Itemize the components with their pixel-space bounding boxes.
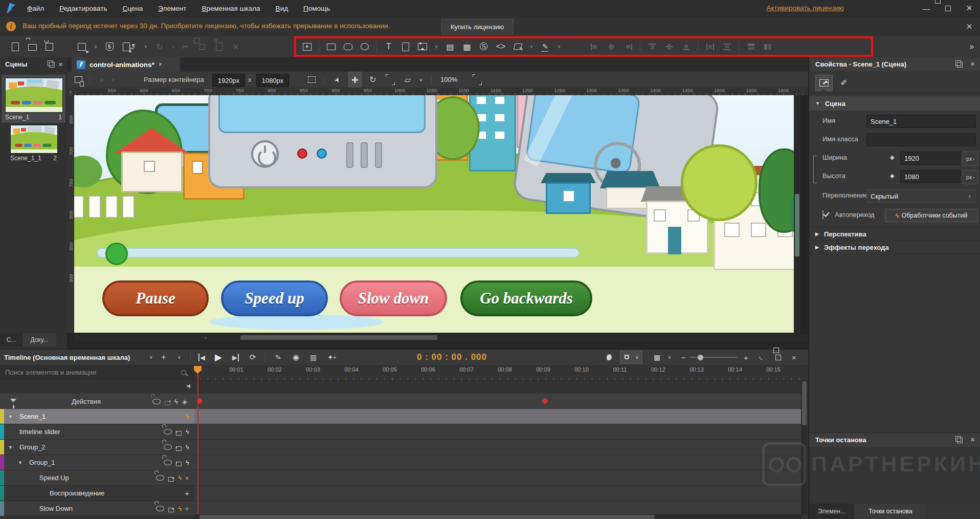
maximize-button[interactable] [937,0,959,16]
timeline-search[interactable]: Поиск элементов и анимации [0,365,194,380]
track-expand-arrow[interactable]: ▼ [8,445,13,450]
distribute-horizontal-icon[interactable] [704,40,716,53]
timeline-zoom-knob[interactable] [698,355,703,360]
menu-item-4[interactable]: Элемент [150,0,194,17]
visibility-icon[interactable] [164,429,172,435]
float-breakpoints-icon[interactable] [957,438,963,443]
fit-scene-icon[interactable] [471,72,483,88]
insert-rectangle-icon[interactable] [325,40,337,53]
grid-chevron-icon[interactable]: ∨ [668,350,674,365]
menu-item-3[interactable]: Сцена [115,0,150,17]
height-input[interactable] [900,170,961,183]
add-keyframe-icon[interactable]: + [185,489,189,498]
visibility-icon[interactable] [164,444,172,450]
track-lane[interactable] [194,440,801,455]
track-row-воспроизведение[interactable]: Воспроизведение+ [0,486,194,501]
timeline-ruler[interactable]: 000:0100:0200:0300:0400:0500:0600:0700:0… [194,365,801,381]
save-icon[interactable] [43,40,55,53]
redo-icon[interactable]: ↻ [153,40,166,53]
export-html5-icon[interactable]: 5 [103,40,116,53]
canvas-vertical-scrollbar[interactable] [794,95,800,333]
track-row-speed-up[interactable]: Speed Upϟ» [0,470,194,486]
document-tab[interactable]: control-animations* × [72,57,180,72]
insert-ellipse-icon[interactable] [359,40,371,53]
track-row-timeline-slider[interactable]: timeline sliderϟ [0,424,194,440]
menu-item-7[interactable]: Помощь [296,0,338,17]
close-properties-icon[interactable]: × [970,59,975,68]
event-handlers-button[interactable]: ϟ Обработчики событий [885,209,978,222]
filter-icon[interactable] [10,399,16,405]
selection-tool-icon[interactable]: ➤ [331,72,343,88]
autoadvance-checkbox[interactable] [822,210,823,219]
track-row-scene-1[interactable]: ▼Scene_1ϟ [0,409,194,424]
events-icon[interactable]: ϟ [186,443,189,451]
expand-timeline-icon[interactable]: ↔ [758,350,765,365]
events-active-icon[interactable]: ϟ [178,474,182,482]
responsive-layout-icon[interactable] [72,72,84,88]
loop-icon[interactable]: ⟳ [250,350,256,365]
snap-chevron-icon[interactable]: ∨ [635,350,641,365]
insert-embed-icon[interactable]: <> [495,40,507,53]
auto-keyframe-icon[interactable]: ✎ [274,349,282,365]
track-lane[interactable] [194,455,801,470]
tab-breakpoints[interactable]: Точки останова [854,504,927,519]
insert-text-block-icon[interactable]: ▤ [444,40,456,53]
track-lane[interactable] [194,424,801,440]
height-unit-select[interactable]: px▪ [963,170,978,184]
fit-container-icon[interactable] [305,72,318,88]
expand-animations-icon[interactable]: » [184,507,191,510]
preview-in-browser-icon[interactable] [76,40,88,53]
menu-item-1[interactable]: Файл [19,0,52,17]
zoom-out-icon[interactable]: − [681,350,686,365]
insert-image-icon[interactable] [416,40,429,53]
track-row-slow-down[interactable]: Slow Downϟ» [0,501,194,516]
float-timeline-icon[interactable] [775,350,781,365]
slow-down-button[interactable]: Slow down [340,280,447,316]
scene-canvas[interactable]: Pause Speed up Slow down Go backwards [74,95,800,333]
buy-license-button[interactable]: Купить лицензию [441,19,514,35]
add-timeline-icon[interactable]: + [161,350,166,365]
zoom-in-icon[interactable]: + [744,350,748,365]
scale-tool-icon[interactable] [384,72,396,88]
snap-icon[interactable]: Ω [624,350,629,365]
timeline-vscroll-thumb[interactable] [802,381,807,425]
same-width-icon[interactable] [745,40,757,53]
events-icon[interactable]: ϟ [186,428,189,436]
tab-document[interactable]: Доку... [23,333,56,347]
scene-name-input[interactable] [866,115,976,128]
scroll-left-icon[interactable]: ‹ [205,334,207,340]
insert-text-icon[interactable]: T [383,40,395,53]
insert-video-icon[interactable]: ▦ [461,40,473,53]
close-window-button[interactable]: ✕ [959,0,980,16]
timeline-horizontal-scrollbar[interactable] [194,514,801,519]
tab-elements[interactable]: Элемен... [809,504,854,519]
close-document-icon[interactable]: × [159,61,162,68]
align-center-icon[interactable] [605,40,617,53]
preview-options-chevron-icon[interactable]: ∨ [93,40,99,53]
track-row-group-2[interactable]: ▼Group_2ϟ [0,440,194,455]
insert-symbol-icon[interactable]: Ⓢ [478,40,490,53]
track-expand-arrow[interactable]: ▼ [8,414,13,419]
scene-progress-knob[interactable] [105,243,128,265]
menu-item-2[interactable]: Редактировать [52,0,115,17]
overflow-select[interactable]: Скрытый ∨ [866,189,976,203]
width-unit-select[interactable]: px▪ [963,152,978,166]
scene-1-thumbnail[interactable] [5,78,63,113]
same-height-icon[interactable] [762,40,774,53]
canvas-hscroll-thumb[interactable] [240,335,437,340]
canvas-horizontal-scrollbar[interactable]: ‹ [74,334,808,341]
go-backwards-button[interactable]: Go backwards [460,280,592,316]
toggle-all-events-icon[interactable]: ϟ [174,398,178,405]
insert-div-icon[interactable]: + [301,40,313,53]
redo-history-chevron-icon[interactable]: ∨ [170,40,176,53]
keyframe-filter-icon[interactable]: ◈ [182,398,187,405]
properties-tab-general[interactable] [815,75,833,91]
timeline-options-chevron-icon[interactable]: ∨ [177,350,184,365]
skip-to-end-icon[interactable]: ▶ [232,350,239,365]
undo-history-chevron-icon[interactable]: ∨ [143,40,149,53]
canvas-vscroll-thumb[interactable] [795,194,799,256]
freeform-shape-tool-icon[interactable] [511,40,524,53]
paste-icon[interactable] [213,40,225,53]
expand-animations-icon[interactable]: » [184,476,191,480]
transition-effects-section[interactable]: ▶ Эффекты перехода [809,240,980,254]
